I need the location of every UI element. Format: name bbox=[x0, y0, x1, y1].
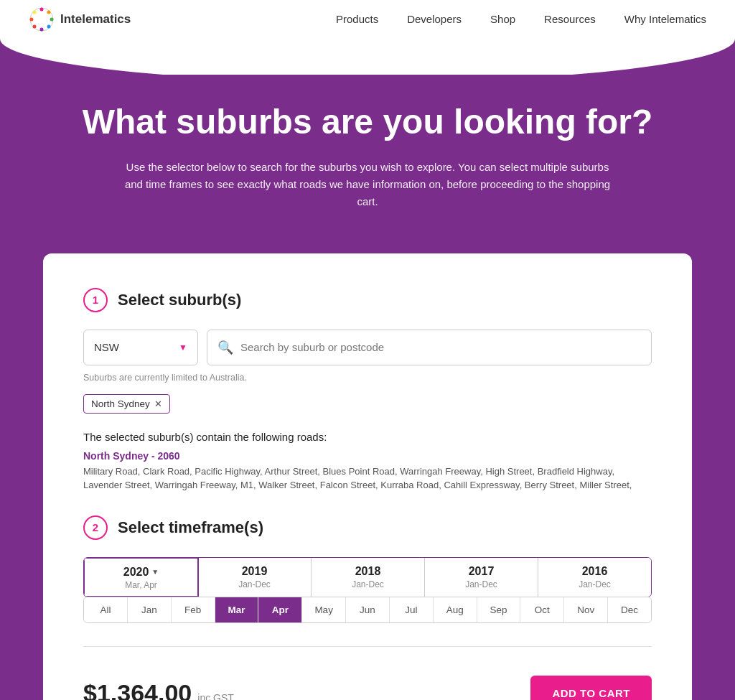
suburb-name-link[interactable]: North Sydney - 2060 bbox=[83, 450, 652, 462]
year-item-2017[interactable]: 2017 Jan-Dec bbox=[425, 558, 538, 597]
chevron-down-icon: ▼ bbox=[179, 342, 187, 353]
year-label-text: 2017 bbox=[469, 565, 495, 578]
nav-shop[interactable]: Shop bbox=[490, 13, 515, 25]
svg-point-2 bbox=[47, 11, 51, 14]
nav-resources[interactable]: Resources bbox=[544, 13, 596, 25]
add-to-cart-button[interactable]: ADD TO CART bbox=[530, 676, 652, 700]
search-icon: 🔍 bbox=[217, 340, 233, 355]
year-item-2018[interactable]: 2018 Jan-Dec bbox=[312, 558, 425, 597]
tags-row: North Sydney ✕ bbox=[83, 394, 652, 414]
hero-description: Use the selector below to search for the… bbox=[123, 159, 612, 210]
tag-label: North Sydney bbox=[91, 398, 150, 409]
nav-links: Products Developers Shop Resources Why I… bbox=[336, 13, 706, 26]
year-label-text: 2016 bbox=[582, 565, 608, 578]
month-item-jul[interactable]: Jul bbox=[390, 597, 434, 622]
svg-point-3 bbox=[50, 18, 54, 22]
search-input[interactable] bbox=[240, 341, 641, 353]
step1-title: Select suburb(s) bbox=[118, 291, 241, 309]
roads-heading: The selected suburb(s) contain the follo… bbox=[83, 431, 652, 443]
logo-icon bbox=[29, 6, 55, 32]
tag-remove-icon[interactable]: ✕ bbox=[154, 398, 162, 409]
svg-point-4 bbox=[47, 25, 51, 29]
year-label-text: 2020 bbox=[123, 566, 149, 579]
search-wrapper: 🔍 bbox=[207, 330, 652, 365]
main-card: 1 Select suburb(s) NSW ▼ 🔍 Suburbs are c… bbox=[43, 253, 692, 700]
year-sub-text: Jan-Dec bbox=[544, 579, 645, 589]
navigation: Intelematics Products Developers Shop Re… bbox=[0, 0, 735, 39]
hero-title: What suburbs are you looking for? bbox=[29, 103, 706, 141]
price-block: $1,364.00 inc GST bbox=[83, 679, 234, 700]
year-sub-text: Jan-Dec bbox=[317, 579, 418, 589]
year-item-2019[interactable]: 2019 Jan-Dec bbox=[198, 558, 312, 597]
month-item-jan[interactable]: Jan bbox=[128, 597, 172, 622]
year-sub-text: Jan-Dec bbox=[431, 579, 532, 589]
year-item-2016[interactable]: 2016 Jan-Dec bbox=[538, 558, 651, 597]
svg-point-1 bbox=[40, 8, 44, 11]
month-item-aug[interactable]: Aug bbox=[434, 597, 477, 622]
state-value: NSW bbox=[94, 341, 119, 353]
month-item-sep[interactable]: Sep bbox=[477, 597, 521, 622]
svg-point-8 bbox=[33, 11, 37, 14]
svg-point-5 bbox=[40, 28, 44, 32]
months-container: AllJanFebMarAprMayJunJulAugSepOctNovDec bbox=[83, 597, 652, 623]
divider bbox=[83, 646, 652, 647]
year-label-text: 2018 bbox=[355, 565, 381, 578]
bottom-row: $1,364.00 inc GST ADD TO CART bbox=[83, 676, 652, 700]
logo[interactable]: Intelematics bbox=[29, 6, 131, 32]
month-item-oct[interactable]: Oct bbox=[520, 597, 564, 622]
year-sub-text: Mar, Apr bbox=[90, 580, 192, 590]
month-item-jun[interactable]: Jun bbox=[346, 597, 390, 622]
step1-header: 1 Select suburb(s) bbox=[83, 288, 652, 312]
year-label-text: 2019 bbox=[242, 565, 268, 578]
logo-text: Intelematics bbox=[60, 12, 131, 27]
month-item-apr[interactable]: Apr bbox=[258, 597, 302, 622]
nav-why[interactable]: Why Intelematics bbox=[624, 13, 706, 25]
suburb-tag-north-sydney[interactable]: North Sydney ✕ bbox=[83, 394, 170, 414]
month-item-nov[interactable]: Nov bbox=[564, 597, 608, 622]
year-item-2020[interactable]: 2020 ▼ Mar, Apr bbox=[83, 557, 199, 597]
suburb-limit-text: Suburbs are currently limited to Austral… bbox=[83, 373, 652, 383]
month-item-dec[interactable]: Dec bbox=[608, 597, 651, 622]
nav-developers[interactable]: Developers bbox=[407, 13, 462, 25]
svg-point-6 bbox=[33, 25, 37, 29]
hero-section: What suburbs are you looking for? Use th… bbox=[0, 75, 735, 253]
state-dropdown[interactable]: NSW ▼ bbox=[83, 330, 198, 365]
price-gst: inc GST bbox=[197, 692, 234, 700]
year-sub-text: Jan-Dec bbox=[204, 579, 305, 589]
step2-number: 2 bbox=[83, 515, 108, 540]
price-amount: $1,364.00 bbox=[83, 679, 192, 700]
svg-point-7 bbox=[30, 18, 34, 22]
nav-products[interactable]: Products bbox=[336, 13, 378, 25]
month-item-feb[interactable]: Feb bbox=[172, 597, 215, 622]
month-item-all[interactable]: All bbox=[84, 597, 128, 622]
month-item-mar[interactable]: Mar bbox=[215, 597, 259, 622]
month-item-may[interactable]: May bbox=[302, 597, 346, 622]
suburb-selector-row: NSW ▼ 🔍 bbox=[83, 330, 652, 365]
months-row: AllJanFebMarAprMayJunJulAugSepOctNovDec bbox=[83, 597, 652, 623]
year-arrow-icon: ▼ bbox=[151, 568, 159, 576]
step2-title: Select timeframe(s) bbox=[118, 518, 263, 537]
roads-list: Military Road, Clark Road, Pacific Highw… bbox=[83, 465, 652, 493]
years-row: 2020 ▼ Mar, Apr 2019 Jan-Dec 2018 Jan-De… bbox=[83, 557, 652, 597]
step1-number: 1 bbox=[83, 288, 108, 312]
step2-header: 2 Select timeframe(s) bbox=[83, 515, 652, 540]
